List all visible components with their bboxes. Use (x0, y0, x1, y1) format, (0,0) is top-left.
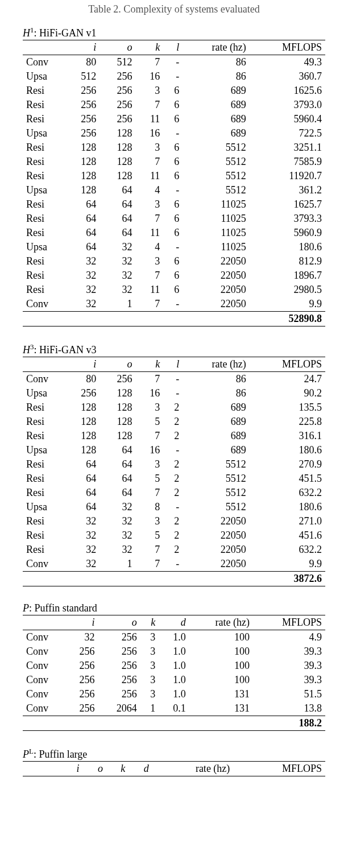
table-cell: 2 (163, 457, 183, 472)
table-cell: 22050 (183, 283, 250, 297)
table-cell: 128 (64, 155, 100, 169)
table-label-text: : Puffin standard (29, 602, 97, 614)
table-cell: 5512 (183, 169, 250, 183)
table-cell: 7 (136, 98, 164, 112)
table-cell: 64 (100, 212, 135, 226)
table-cell: - (163, 297, 183, 312)
table-cell: 722.5 (250, 126, 325, 140)
table-cell: 2980.5 (250, 283, 325, 297)
table-cell: 11025 (183, 240, 250, 254)
table-cell: 128 (64, 443, 100, 457)
data-table: ioklrate (hz)MFLOPSConv805127-8649.3Upsa… (23, 40, 325, 326)
table-cell: 5960.4 (250, 112, 325, 126)
table-cell: Resi (23, 268, 64, 283)
table-cell: 2 (163, 472, 183, 486)
table-row: Upsa25612816-689722.5 (23, 126, 325, 140)
table-cell: 11025 (183, 212, 250, 226)
table-cell: 3793.3 (250, 212, 325, 226)
table-cell: 271.0 (250, 514, 325, 528)
table-cell: 512 (100, 55, 135, 70)
table-cell (163, 572, 183, 586)
table-cell: 256 (64, 687, 98, 701)
table-row: Resi6464725512632.2 (23, 486, 325, 500)
table-cell: 3 (136, 400, 164, 415)
table-cell: 3 (140, 687, 159, 701)
table-label-text: : HiFi-GAN v1 (34, 27, 97, 39)
table-cell: 689 (183, 126, 250, 140)
table-cell: 256 (100, 84, 135, 98)
table-cell: 256 (64, 386, 100, 400)
table-cell: - (163, 557, 183, 572)
table-cell: 7585.9 (250, 155, 325, 169)
table-cell: 64 (100, 443, 135, 457)
table-cell: 5 (136, 415, 164, 429)
table-cell: 225.8 (250, 415, 325, 429)
table-row: Conv805127-8649.3 (23, 55, 325, 70)
table-row: Resi12812832689135.5 (23, 400, 325, 415)
table-cell: 689 (183, 112, 250, 126)
table-cell: Resi (23, 226, 64, 240)
table-row: Conv25625631.010039.3 (23, 673, 325, 687)
table-cell: 39.3 (253, 659, 325, 673)
table-cell: 7 (136, 297, 164, 312)
table-cell (140, 716, 159, 731)
table-cell: 256 (98, 659, 140, 673)
table-cell: 24.7 (250, 372, 325, 387)
table-cell: 5512 (183, 486, 250, 500)
table-cell: Conv (23, 630, 64, 645)
table-cell: 128 (64, 183, 100, 197)
table-cell: 7 (136, 557, 164, 572)
table-cell: Upsa (23, 69, 64, 84)
table-cell: 7 (136, 268, 164, 283)
table-row: Resi2562561166895960.4 (23, 112, 325, 126)
table-row: Upsa25612816-8690.2 (23, 386, 325, 400)
column-header: d (159, 615, 189, 630)
column-header: i (64, 762, 83, 776)
table-cell: 7 (136, 155, 164, 169)
table-cell: 1 (100, 557, 135, 572)
table-cell: 180.6 (250, 240, 325, 254)
table-cell: 32 (100, 500, 135, 514)
table-cell: Resi (23, 112, 64, 126)
table-cell: 32 (64, 630, 98, 645)
table-cell: 16 (136, 443, 164, 457)
table-cell: 256 (100, 69, 135, 84)
table-row: Resi6464116110255960.9 (23, 226, 325, 240)
table-cell: Conv (23, 372, 64, 387)
table-cell: 64 (100, 457, 135, 472)
table-subtitle: P: Puffin standard (23, 602, 325, 615)
table-cell: 11 (136, 169, 164, 183)
table-row: Upsa128644-5512361.2 (23, 183, 325, 197)
table-cell: 512 (64, 69, 100, 84)
table-cell: 256 (100, 112, 135, 126)
table-cell: Conv (23, 644, 64, 659)
table-cell: 3 (140, 644, 159, 659)
table-cell: 256 (64, 644, 98, 659)
table-cell: Resi (23, 486, 64, 500)
table-cell: 64 (64, 500, 100, 514)
table-total-row: 3872.6 (23, 572, 325, 586)
table-cell: 632.2 (250, 543, 325, 557)
table-cell: 3 (136, 140, 164, 155)
table-cell: Resi (23, 98, 64, 112)
table-cell: 22050 (183, 254, 250, 268)
table-row: Upsa64324-11025180.6 (23, 240, 325, 254)
table-cell: 128 (100, 140, 135, 155)
table-cell: 256 (64, 98, 100, 112)
column-header (23, 357, 64, 372)
table-cell: Resi (23, 429, 64, 443)
table-cell: 632.2 (250, 486, 325, 500)
table-cell: 6 (163, 84, 183, 98)
table-cell: 32 (100, 240, 135, 254)
table-row: Conv3217-220509.9 (23, 297, 325, 312)
table-block: H3: HiFi-GAN v3ioklrate (hz)MFLOPSConv80… (23, 342, 325, 586)
table-row: Conv25625631.010039.3 (23, 659, 325, 673)
column-header: rate (hz) (183, 357, 250, 372)
table-cell: 64 (64, 472, 100, 486)
table-cell: Conv (23, 673, 64, 687)
table-cell: 11 (136, 226, 164, 240)
table-cell: 32 (64, 297, 100, 312)
table-cell: 11920.7 (250, 169, 325, 183)
table-cell: 256 (64, 701, 98, 716)
table-cell: 32 (64, 283, 100, 297)
